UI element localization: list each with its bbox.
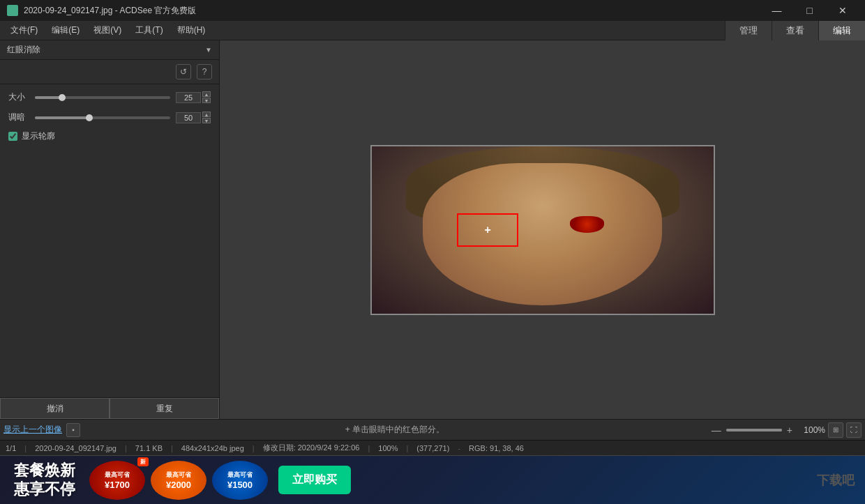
ad-badge-2: 最高可省 ¥2000	[151, 461, 206, 500]
darken-input[interactable]	[176, 112, 201, 123]
view-tab[interactable]: 查看	[772, 21, 818, 40]
ad-badge-1: 新 最高可省 ¥1700	[89, 461, 145, 500]
view-fit-button[interactable]: ⊞	[828, 422, 843, 438]
status-dimensions: 484x241x24b jpeg	[181, 444, 244, 452]
badge2-label: 最高可省	[166, 471, 191, 480]
size-input[interactable]	[176, 92, 201, 103]
minimize-button[interactable]: —	[761, 0, 792, 21]
undo-button[interactable]: 撤消	[0, 398, 110, 419]
menu-file[interactable]: 文件(F)	[3, 22, 45, 39]
toolbar-right: — + 100% ⊞ ⛶	[709, 422, 862, 438]
status-zoom: 100%	[378, 444, 398, 452]
ad-watermark: 下载吧	[817, 472, 855, 489]
bottom-toolbar: 显示上一个图像 ▪ + 单击眼睛中的红色部分。 — + 100% ⊞ ⛶	[0, 419, 865, 440]
badge-new-label: 新	[137, 457, 149, 466]
menu-tools[interactable]: 工具(T)	[128, 22, 170, 39]
title-bar: 2020-09-24_092147.jpg - ACDSee 官方免费版 — □…	[0, 0, 865, 21]
badge3-label: 最高可省	[227, 471, 253, 480]
darken-up-button[interactable]: ▲	[202, 112, 211, 117]
image-wrapper: +	[370, 145, 715, 315]
panel-controls: 大小 ▲ ▼ 调暗	[0, 84, 219, 398]
ad-text: 套餐焕新 惠享不停	[0, 461, 75, 498]
status-filesize: 71.1 KB	[135, 444, 163, 452]
photo-background: +	[372, 146, 714, 314]
ad-line2: 惠享不停	[14, 480, 75, 498]
show-outline-row: 显示轮廓	[0, 128, 219, 145]
zoom-slider[interactable]	[726, 429, 782, 432]
window-controls: — □ ✕	[761, 0, 858, 21]
ad-cta-button[interactable]: 立即购买	[278, 466, 351, 494]
undo-redo-row: 撤消 重复	[0, 398, 219, 419]
darken-slider-thumb	[86, 114, 93, 121]
panel-dropdown-icon[interactable]: ▼	[205, 46, 212, 54]
badge3-amount: ¥1500	[227, 480, 253, 490]
menu-help[interactable]: 帮助(H)	[170, 22, 213, 39]
status-filename: 2020-09-24_092147.jpg	[35, 444, 116, 452]
size-value-group: ▲ ▼	[176, 91, 211, 103]
top-nav: 管理 查看 编辑	[725, 21, 865, 40]
menu-bar: 文件(F) 编辑(E) 视图(V) 工具(T) 帮助(H) 管理 查看 编辑	[0, 21, 865, 40]
redo-button[interactable]: 重复	[110, 398, 219, 419]
darken-label: 调暗	[8, 112, 29, 123]
prev-image-icon[interactable]: ▪	[66, 423, 80, 437]
show-outline-checkbox[interactable]	[8, 132, 17, 141]
darken-spinner: ▲ ▼	[202, 112, 211, 123]
status-bar: 1/1 | 2020-09-24_092147.jpg | 71.1 KB | …	[0, 440, 865, 455]
left-panel: 红眼消除 ▼ ↺ ? 大小 ▲ ▼	[0, 40, 220, 398]
window-title: 2020-09-24_092147.jpg - ACDSee 官方免费版	[24, 5, 761, 17]
ad-badges: 新 最高可省 ¥1700 最高可省 ¥2000 最高可省 ¥1500	[89, 461, 268, 500]
toolbar-hint: + 单击眼睛中的红色部分。	[86, 424, 704, 436]
size-spinner: ▲ ▼	[202, 91, 211, 103]
red-eye-area[interactable]	[570, 216, 604, 233]
prev-image-link[interactable]: 显示上一个图像	[3, 424, 62, 436]
toolbar-left: 显示上一个图像 ▪	[3, 423, 80, 437]
darken-down-button[interactable]: ▼	[202, 118, 211, 123]
darken-control: 调暗 ▲ ▼	[0, 107, 219, 128]
zoom-value: 100%	[797, 425, 825, 435]
edit-tab[interactable]: 编辑	[818, 21, 865, 40]
status-rgb: RGB: 91, 38, 46	[469, 444, 524, 452]
panel-header: 红眼消除 ▼	[0, 40, 219, 60]
eye-selection-box[interactable]: +	[457, 213, 518, 247]
darken-slider-fill	[35, 116, 89, 119]
status-page: 1/1	[6, 444, 16, 452]
size-label: 大小	[8, 91, 29, 103]
maximize-button[interactable]: □	[794, 0, 825, 21]
status-modified: 修改日期: 2020/9/24 9:22:06	[263, 443, 360, 453]
badge1-amount: ¥1700	[105, 480, 130, 490]
close-button[interactable]: ✕	[827, 0, 858, 21]
badge1-label: 最高可省	[105, 471, 130, 480]
help-button[interactable]: ?	[197, 64, 212, 79]
size-slider-thumb	[59, 94, 66, 101]
badge2-amount: ¥2000	[166, 480, 191, 490]
photo-canvas[interactable]: +	[372, 146, 714, 314]
darken-slider[interactable]	[35, 116, 170, 119]
size-up-button[interactable]: ▲	[202, 91, 211, 97]
app-icon	[7, 5, 18, 16]
darken-value-group: ▲ ▼	[176, 112, 211, 123]
menu-edit[interactable]: 编辑(E)	[45, 22, 86, 39]
zoom-plus-button[interactable]: +	[785, 425, 795, 436]
ad-line1: 套餐焕新	[14, 461, 75, 480]
zoom-minus-button[interactable]: —	[709, 425, 723, 436]
refresh-button[interactable]: ↺	[176, 64, 191, 79]
size-slider[interactable]	[35, 96, 170, 99]
size-control: 大小 ▲ ▼	[0, 87, 219, 107]
zoom-slider-fill	[726, 429, 782, 432]
manage-tab[interactable]: 管理	[725, 21, 772, 40]
canvas-area[interactable]: +	[220, 40, 865, 419]
panel-title: 红眼消除	[7, 44, 40, 56]
size-down-button[interactable]: ▼	[202, 98, 211, 103]
crosshair-icon: +	[484, 224, 490, 236]
menu-view[interactable]: 视图(V)	[86, 22, 128, 39]
show-outline-label: 显示轮廓	[22, 130, 55, 142]
view-fullscreen-button[interactable]: ⛶	[846, 422, 862, 438]
ad-banner: 套餐焕新 惠享不停 新 最高可省 ¥1700 最高可省 ¥2000 最高可省 ¥…	[0, 455, 865, 504]
panel-icon-row: ↺ ?	[0, 60, 219, 84]
status-coords: (377,271)	[416, 444, 449, 452]
ad-badge-3: 最高可省 ¥1500	[212, 461, 268, 500]
